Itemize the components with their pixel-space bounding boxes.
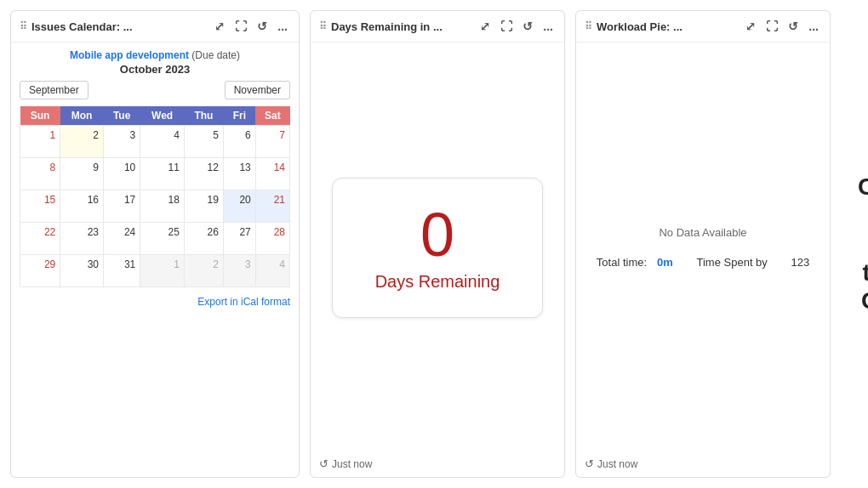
table-row[interactable]: 19 <box>184 190 223 223</box>
countdown-card: 0 Days Remaining <box>332 178 544 318</box>
countdown-label: Days Remaining <box>375 272 500 292</box>
more-icon[interactable]: ... <box>540 18 556 35</box>
table-row[interactable]: 18 <box>140 190 185 223</box>
weekday-fri: Fri <box>223 106 255 126</box>
total-time-value[interactable]: 0m <box>657 256 673 269</box>
table-row[interactable]: 2 <box>60 126 104 158</box>
time-spent-value: 123 <box>791 256 809 269</box>
table-row[interactable]: 13 <box>223 158 255 190</box>
table-row[interactable]: 4 <box>140 126 185 158</box>
footer-refresh-icon: ↺ <box>319 457 328 470</box>
more-icon[interactable]: ... <box>275 18 290 35</box>
table-row[interactable]: 16 <box>60 190 104 223</box>
sidebar-title: Calendar and Time- tracking Gadgets <box>858 173 868 315</box>
footer-refresh-icon: ↺ <box>585 457 594 470</box>
workload-body: No Data Available Total time: 0m Time Sp… <box>576 43 830 452</box>
project-name: Mobile app development <box>70 49 189 61</box>
table-row[interactable]: 2 <box>184 255 223 287</box>
refresh-icon[interactable]: ↺ <box>520 18 535 35</box>
table-row[interactable]: 14 <box>255 158 289 190</box>
table-row[interactable]: 20 <box>223 190 255 223</box>
drag-handle-icon[interactable]: ⠿ <box>20 20 26 32</box>
refresh-icon[interactable]: ↺ <box>254 18 270 35</box>
weekday-sat: Sat <box>255 106 289 126</box>
table-row[interactable]: 15 <box>20 190 60 223</box>
export-ical-link[interactable]: Export in iCal format <box>197 296 290 308</box>
refresh-icon[interactable]: ↺ <box>785 18 801 35</box>
project-type: (Due date) <box>191 49 240 61</box>
calendar-body: Mobile app development (Due date) Octobe… <box>11 43 299 291</box>
time-spent-label: Time Spent by <box>697 256 768 269</box>
calendar-project-label: Mobile app development (Due date) <box>20 49 290 61</box>
table-row[interactable]: 1 <box>20 126 60 158</box>
days-panel-footer: ↺ Just now <box>311 452 564 477</box>
calendar-grid: Sun Mon Tue Wed Thu Fri Sat 123456789101… <box>20 106 290 287</box>
fullscreen-icon[interactable]: ⛶ <box>498 18 515 35</box>
table-row[interactable]: 5 <box>184 126 223 158</box>
table-row[interactable]: 6 <box>223 126 255 158</box>
table-row[interactable]: 23 <box>60 223 104 255</box>
table-row[interactable]: 26 <box>184 223 223 255</box>
table-row[interactable]: 8 <box>20 158 60 190</box>
calendar-panel-title: Issues Calendar: ... <box>31 20 207 33</box>
table-row[interactable]: 24 <box>103 223 140 255</box>
total-time-label: Total time: <box>597 256 647 269</box>
table-row[interactable]: 25 <box>140 223 185 255</box>
table-row[interactable]: 17 <box>103 190 140 223</box>
sidebar-text-panel: Calendar and Time- tracking Gadgets <box>841 10 868 478</box>
workload-panel-header: ⠿ Workload Pie: ... ⤢ ⛶ ↺ ... <box>576 11 830 43</box>
table-row[interactable]: 9 <box>60 158 104 190</box>
weekday-sun: Sun <box>20 106 60 126</box>
countdown-number: 0 <box>375 204 500 265</box>
workload-panel: ⠿ Workload Pie: ... ⤢ ⛶ ↺ ... No Data Av… <box>575 10 831 478</box>
table-row[interactable]: 27 <box>223 223 255 255</box>
table-row[interactable]: 21 <box>255 190 289 223</box>
days-remaining-panel: ⠿ Days Remaining in ... ⤢ ⛶ ↺ ... 0 Days… <box>310 10 565 478</box>
weekday-wed: Wed <box>140 106 185 126</box>
next-month-button[interactable]: November <box>225 81 290 99</box>
calendar-panel: ⠿ Issues Calendar: ... ⤢ ⛶ ↺ ... Mobile … <box>10 10 300 478</box>
table-row[interactable]: 30 <box>60 255 104 287</box>
table-row[interactable]: 3 <box>223 255 255 287</box>
days-remaining-body: 0 Days Remaining <box>311 43 564 452</box>
expand-icon[interactable]: ⤢ <box>743 18 758 35</box>
footer-time: Just now <box>597 458 637 470</box>
weekday-thu: Thu <box>184 106 223 126</box>
sidebar-text-line1: Calendar and Time- <box>858 173 868 257</box>
table-row[interactable]: 10 <box>103 158 140 190</box>
table-row[interactable]: 28 <box>255 223 289 255</box>
table-row[interactable]: 3 <box>103 126 140 158</box>
table-row[interactable]: 12 <box>184 158 223 190</box>
table-row[interactable]: 29 <box>20 255 60 287</box>
workload-footer: ↺ Just now <box>576 452 830 477</box>
calendar-panel-header: ⠿ Issues Calendar: ... ⤢ ⛶ ↺ ... <box>11 11 299 43</box>
fullscreen-icon[interactable]: ⛶ <box>763 18 780 35</box>
table-row[interactable]: 7 <box>255 126 289 158</box>
table-row[interactable]: 22 <box>20 223 60 255</box>
no-data-text: No Data Available <box>659 226 746 239</box>
table-row[interactable]: 1 <box>140 255 185 287</box>
footer-time: Just now <box>332 458 372 470</box>
weekday-mon: Mon <box>60 106 104 126</box>
workload-panel-title: Workload Pie: ... <box>597 20 738 33</box>
export-section: Export in iCal format <box>11 291 299 313</box>
workload-stats: Total time: 0m Time Spent by 123 <box>597 256 809 269</box>
expand-icon[interactable]: ⤢ <box>477 18 493 35</box>
weekday-tue: Tue <box>103 106 140 126</box>
expand-icon[interactable]: ⤢ <box>212 18 227 35</box>
prev-month-button[interactable]: September <box>20 81 89 99</box>
table-row[interactable]: 4 <box>255 255 289 287</box>
drag-handle-icon[interactable]: ⠿ <box>319 20 326 32</box>
table-row[interactable]: 31 <box>103 255 140 287</box>
drag-handle-icon[interactable]: ⠿ <box>585 20 591 32</box>
fullscreen-icon[interactable]: ⛶ <box>232 18 249 35</box>
sidebar-text-line2: tracking Gadgets <box>861 259 868 315</box>
table-row[interactable]: 11 <box>140 158 185 190</box>
days-panel-title: Days Remaining in ... <box>331 20 472 33</box>
calendar-nav: September November <box>20 81 290 99</box>
calendar-month-year: October 2023 <box>20 63 290 76</box>
more-icon[interactable]: ... <box>806 18 821 35</box>
days-panel-header: ⠿ Days Remaining in ... ⤢ ⛶ ↺ ... <box>311 11 564 43</box>
